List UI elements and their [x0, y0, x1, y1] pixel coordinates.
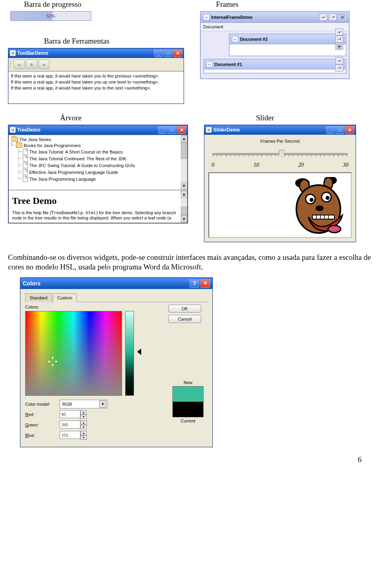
- tab-standard[interactable]: Standard: [25, 293, 52, 302]
- iconify-button[interactable]: ▫↙: [335, 57, 343, 64]
- spin-up-icon[interactable]: ▲: [80, 410, 87, 415]
- color-model-value: RGB: [62, 402, 72, 407]
- tree-item[interactable]: ├─The JFC Swing Tutorial: A Guide to Con…: [10, 162, 186, 169]
- spin-up-icon[interactable]: ▲: [80, 421, 87, 425]
- frames-title: InternalFrameDemo: [211, 15, 252, 20]
- color-model-select[interactable]: RGB ▼: [60, 400, 108, 409]
- spin-down-icon[interactable]: ▼: [80, 415, 87, 419]
- tree-item[interactable]: ├─Effective Java Programming Language Gu…: [10, 169, 186, 175]
- ok-button[interactable]: OK: [168, 305, 201, 313]
- java-icon: ☕: [10, 50, 16, 56]
- back-button[interactable]: «: [14, 60, 25, 69]
- green-input[interactable]: [60, 421, 80, 429]
- green-spinner[interactable]: ▲▼: [60, 421, 87, 429]
- inner-frame-doc1[interactable]: ▭ Document #1 ▫↙ ▫↗: [203, 59, 346, 74]
- frames-menu[interactable]: Document: [201, 23, 349, 31]
- inner-frame-doc2[interactable]: ▭ Document #2 ▫↙ ▫↗ ✕: [229, 34, 346, 56]
- frame-icon: ▭: [203, 14, 210, 20]
- minimize-button[interactable]: _: [326, 126, 335, 134]
- close-button[interactable]: ✕: [338, 14, 346, 21]
- doc2-title: Document #2: [240, 37, 268, 42]
- maximize-button[interactable]: □: [164, 49, 172, 57]
- dog-image: [288, 177, 348, 237]
- luminance-bar[interactable]: [125, 311, 134, 396]
- tree-root[interactable]: The Java Series: [10, 136, 186, 142]
- heading-frames: Frames: [200, 0, 376, 11]
- heading-progress: Barra de progresso: [8, 0, 184, 11]
- spin-up-icon[interactable]: ▲: [80, 431, 87, 435]
- luminance-arrow-icon[interactable]: [137, 349, 141, 355]
- tree-folder[interactable]: ┖─Books for Java Programmers: [10, 142, 186, 148]
- close-button[interactable]: ✕: [335, 43, 343, 50]
- colors-label: Colors:: [25, 305, 160, 309]
- maximize-button[interactable]: ▫↗: [329, 14, 337, 21]
- colors-title: Colors: [23, 280, 40, 287]
- close-button[interactable]: ✕: [200, 279, 210, 288]
- hue-sat-picker[interactable]: [25, 311, 122, 396]
- doc-icon: ▭: [232, 36, 238, 42]
- green-label: Green:: [25, 423, 60, 427]
- tree-scrollbar[interactable]: ▲▼: [181, 135, 187, 189]
- red-spinner[interactable]: ▲▼: [60, 410, 87, 419]
- toolbar-grip[interactable]: [10, 60, 12, 69]
- minimize-button[interactable]: _: [158, 126, 167, 134]
- blue-input[interactable]: [60, 431, 80, 439]
- red-label: Red:: [25, 412, 60, 417]
- tabs: Standard Custom: [25, 293, 208, 302]
- slider-window-title: SliderDemo: [213, 127, 326, 133]
- heading-slider: Slider: [204, 114, 376, 125]
- close-button[interactable]: ✕: [177, 126, 186, 134]
- blue-label: Blue:: [25, 433, 60, 438]
- svg-point-9: [316, 205, 324, 211]
- toolbar-titlebar[interactable]: ☕ ToolBarDemo _ □ ✕: [8, 48, 184, 58]
- close-button[interactable]: ✕: [173, 49, 182, 57]
- tree-item[interactable]: ├─The Java Tutorial Continued: The Rest …: [10, 155, 186, 162]
- tree-item[interactable]: ├─The Java Tutorial: A Short Course on t…: [10, 148, 186, 155]
- maximize-button[interactable]: □: [168, 126, 176, 134]
- spin-down-icon[interactable]: ▼: [80, 435, 87, 440]
- maximize-button[interactable]: ▫↗: [335, 36, 343, 43]
- toolbar-demo-window: ☕ ToolBarDemo _ □ ✕ « ∧ » If this were a…: [8, 48, 184, 104]
- color-model-row: Color model: RGB ▼: [25, 400, 160, 409]
- minimize-button[interactable]: _: [154, 49, 163, 57]
- svg-point-8: [326, 196, 330, 200]
- svg-point-15: [328, 225, 341, 233]
- tree-view[interactable]: The Java Series ┖─Books for Java Program…: [9, 135, 187, 189]
- java-icon: ☕: [206, 127, 212, 133]
- progress-bar: 52%: [10, 11, 91, 21]
- tree-item[interactable]: └─The Java Programming Language: [10, 175, 186, 182]
- java-icon: ☕: [10, 127, 16, 133]
- blue-spinner[interactable]: ▲▼: [60, 431, 87, 440]
- tree-demo-window: ☕ TreeDemo _ □ ✕ The Java Series ┖─Books…: [8, 125, 188, 223]
- colors-titlebar[interactable]: Colors ? ✕: [20, 278, 212, 289]
- frames-titlebar[interactable]: ▭ InternalFrameDemo ▫↙ ▫↗ ✕: [201, 12, 349, 23]
- maximize-button[interactable]: □: [336, 126, 344, 134]
- slider[interactable]: [212, 149, 348, 158]
- color-swatch: [172, 386, 204, 417]
- body-paragraph: Combinando-se os diversos widgets, pode-…: [8, 253, 376, 272]
- dropdown-icon[interactable]: ▼: [99, 401, 106, 408]
- cancel-button[interactable]: Cancel: [168, 315, 201, 323]
- tab-custom[interactable]: Custom: [53, 293, 77, 302]
- toolbar-line: If this were a real app, it would have t…: [11, 79, 181, 85]
- color-crosshair[interactable]: [50, 359, 55, 364]
- close-button[interactable]: ✕: [345, 126, 354, 134]
- iconify-button[interactable]: ▫↙: [335, 28, 343, 36]
- help-button[interactable]: ?: [190, 279, 199, 288]
- page-number: 6: [8, 447, 376, 464]
- slider-scale: 0 10 20 30: [212, 162, 348, 168]
- up-button[interactable]: ∧: [26, 60, 37, 69]
- progress-text: 52%: [11, 12, 91, 20]
- red-input[interactable]: [60, 410, 80, 418]
- heading-tree: Árvore: [8, 114, 188, 125]
- forward-button[interactable]: »: [38, 60, 50, 69]
- spin-down-icon[interactable]: ▼: [80, 425, 87, 429]
- slider-thumb[interactable]: [279, 150, 284, 158]
- color-model-label: Color model:: [25, 402, 60, 407]
- maximize-button[interactable]: ▫↗: [335, 64, 343, 72]
- tree-titlebar[interactable]: ☕ TreeDemo _ □ ✕: [8, 125, 188, 135]
- svg-rect-10: [312, 215, 334, 219]
- iconify-button[interactable]: ▫↙: [319, 14, 327, 21]
- slider-titlebar[interactable]: ☕ SliderDemo _ □ ✕: [204, 125, 356, 135]
- help-scrollbar[interactable]: ▲▼: [181, 191, 187, 223]
